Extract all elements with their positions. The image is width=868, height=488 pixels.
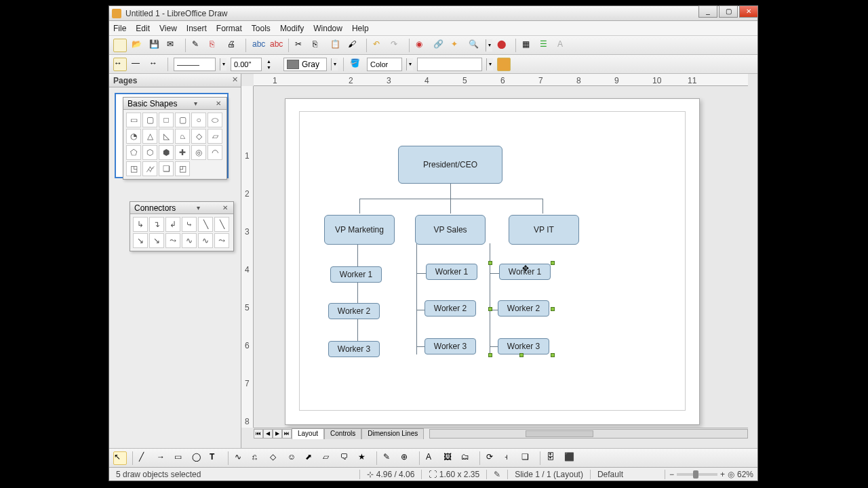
close-button[interactable]: ✕: [739, 5, 758, 18]
basic-shapes-close-icon[interactable]: ✕: [214, 100, 222, 107]
pdf-button[interactable]: ⎘: [209, 39, 222, 52]
align-button[interactable]: ⫞: [503, 451, 517, 465]
email-button[interactable]: ✉: [166, 39, 180, 52]
shadow-button[interactable]: [497, 58, 511, 71]
box-col3-worker3[interactable]: Worker 3: [498, 338, 549, 354]
callouts-button[interactable]: 🗨: [340, 451, 353, 465]
fill-color-select[interactable]: [417, 58, 482, 71]
zoom-in-button[interactable]: +: [720, 470, 725, 479]
pages-panel-close-icon[interactable]: ✕: [232, 75, 238, 84]
width-up-button[interactable]: ▲: [266, 58, 279, 64]
stars-button[interactable]: ★: [357, 451, 371, 465]
shape-ellipse[interactable]: ⬭: [208, 113, 222, 127]
box-ceo[interactable]: President/CEO: [398, 146, 502, 184]
shape-pie[interactable]: ◔: [126, 129, 141, 144]
menu-modify[interactable]: Modify: [280, 24, 304, 33]
connector-5[interactable]: ╲: [198, 217, 213, 232]
shape-parallelogram[interactable]: ▱: [208, 129, 222, 144]
menu-view[interactable]: View: [159, 24, 177, 33]
shape-circle[interactable]: ○: [191, 113, 206, 127]
tab-controls[interactable]: Controls: [324, 428, 361, 439]
redo-button[interactable]: ↷: [390, 39, 403, 52]
zoom-value[interactable]: 62%: [737, 470, 753, 479]
selection-handle[interactable]: [551, 261, 555, 265]
3d-button[interactable]: ⬛: [564, 451, 577, 465]
select-tool-button[interactable]: ↖: [113, 451, 127, 465]
selection-handle[interactable]: [551, 353, 555, 357]
box-col2-worker1[interactable]: Worker 1: [426, 264, 477, 280]
connector-tool-button[interactable]: ⎌: [252, 451, 265, 465]
box-vp-sales[interactable]: VP Sales: [415, 215, 486, 245]
menu-help[interactable]: Help: [352, 24, 369, 33]
connector-1[interactable]: ↳: [133, 217, 148, 232]
line-color-select[interactable]: Gray: [283, 58, 327, 71]
box-col1-worker1[interactable]: Worker 1: [330, 266, 382, 283]
maximize-button[interactable]: ▢: [719, 5, 738, 18]
hyperlink-button[interactable]: 🔗: [433, 39, 446, 52]
connectors-close-icon[interactable]: ✕: [221, 204, 229, 211]
connector-12[interactable]: ⤳: [214, 233, 229, 248]
shape-triangle[interactable]: △: [142, 129, 157, 144]
tab-first-button[interactable]: ⏮: [254, 429, 263, 439]
basic-shapes-menu-icon[interactable]: ▾: [193, 100, 199, 107]
box-vp-it[interactable]: VP IT: [509, 215, 579, 245]
save-button[interactable]: 💾: [149, 39, 162, 52]
line-width-field[interactable]: 0.00": [231, 58, 262, 71]
rect-tool-button[interactable]: ▭: [174, 451, 187, 465]
navigator-button[interactable]: ✦: [450, 39, 464, 52]
horizontal-scrollbar[interactable]: [429, 429, 748, 439]
fill-mode-dropdown[interactable]: ▾: [406, 58, 413, 70]
basic-shapes-tool-button[interactable]: ◇: [269, 451, 283, 465]
shape-pentagon[interactable]: ⬠: [126, 145, 141, 160]
shape-fold[interactable]: ◰: [175, 161, 190, 176]
shape-rectangle[interactable]: ▭: [126, 113, 141, 127]
copy-button[interactable]: ⎘: [312, 39, 326, 52]
points-button[interactable]: ✎: [382, 451, 396, 465]
selection-handle[interactable]: [519, 353, 524, 357]
block-arrows-button[interactable]: ⬈: [304, 451, 318, 465]
shape-cross[interactable]: ✚: [175, 145, 190, 160]
extrusion-button[interactable]: 🗄: [546, 451, 559, 465]
shape-ring[interactable]: ◎: [191, 145, 206, 160]
zoom-dropdown[interactable]: ▾: [486, 39, 492, 52]
shape-roundrect[interactable]: ▢: [142, 113, 157, 127]
grid-button[interactable]: ▦: [521, 39, 535, 52]
cut-button[interactable]: ✂: [294, 39, 308, 52]
connector-6[interactable]: ╲: [214, 217, 229, 232]
status-signature[interactable]: ✎: [487, 470, 508, 479]
zoom-out-button[interactable]: −: [669, 470, 674, 479]
shape-octagon[interactable]: ⬢: [159, 145, 174, 160]
shape-arc[interactable]: ◠: [208, 145, 222, 160]
open-button[interactable]: 📂: [131, 39, 144, 52]
edit-button[interactable]: ✎: [191, 39, 205, 52]
text-tool-button[interactable]: T: [209, 451, 222, 465]
line-style-dropdown[interactable]: ▾: [220, 58, 226, 70]
selection-handle[interactable]: [488, 353, 492, 357]
menu-insert[interactable]: Insert: [186, 24, 207, 33]
connector-3[interactable]: ↲: [165, 217, 180, 232]
box-col2-worker3[interactable]: Worker 3: [425, 338, 476, 354]
fill-color-dropdown[interactable]: ▾: [486, 58, 493, 70]
selection-handle[interactable]: [488, 261, 492, 265]
line-style-select[interactable]: ———: [174, 58, 216, 71]
format-paint-button[interactable]: 🖌: [347, 39, 361, 52]
arrow-style-button[interactable]: ↔: [113, 58, 127, 71]
flowcharts-button[interactable]: ▱: [322, 451, 336, 465]
fill-mode-select[interactable]: Color: [367, 58, 402, 71]
arrange-button[interactable]: ❏: [521, 451, 534, 465]
connector-7[interactable]: ↘: [133, 233, 148, 248]
shape-square[interactable]: □: [159, 113, 174, 127]
undo-button[interactable]: ↶: [372, 39, 386, 52]
connectors-menu-icon[interactable]: ▾: [195, 204, 201, 211]
fontwork-button[interactable]: A: [425, 451, 439, 465]
connector-10[interactable]: ∿: [182, 233, 197, 248]
chart-button[interactable]: ◉: [415, 39, 429, 52]
help-button[interactable]: ⬤: [496, 39, 510, 52]
basic-shapes-title[interactable]: Basic Shapes ▾ ✕: [123, 98, 226, 110]
symbol-shapes-button[interactable]: ☺: [287, 451, 300, 465]
selection-handle[interactable]: [488, 307, 492, 311]
area-button[interactable]: 🪣: [349, 58, 363, 71]
curve-tool-button[interactable]: ∿: [234, 451, 248, 465]
line-tool-button[interactable]: ╱: [138, 451, 152, 465]
print-button[interactable]: 🖨: [226, 39, 240, 52]
